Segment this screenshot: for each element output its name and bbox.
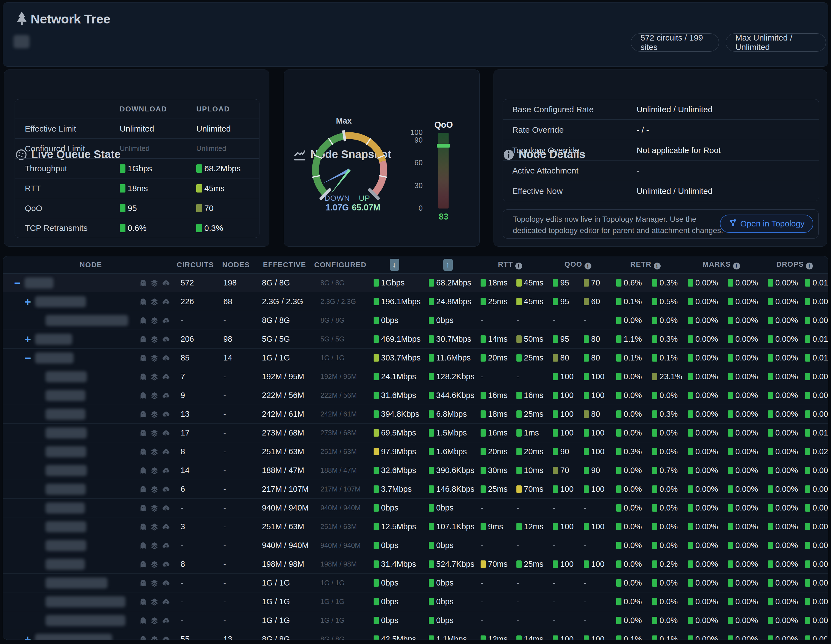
col-effective[interactable]: EFFECTIVE xyxy=(255,261,314,269)
table-row[interactable]: 8-198M / 98M198M / 98M31.4Mbps524.7Kbps7… xyxy=(3,555,828,574)
retr-down-cell: 0.6% xyxy=(610,278,645,287)
status-square xyxy=(688,429,693,437)
circuits-cell: 8 xyxy=(174,447,217,456)
table-row[interactable]: --940M / 940M940M / 940M0bps0bps----0.0%… xyxy=(3,536,828,555)
retr-up-cell: 0.0% xyxy=(645,522,681,531)
max-limits-badge: Max Unlimited / Unlimited xyxy=(726,33,826,52)
nodes-cell: 198 xyxy=(217,278,255,287)
upload-value: 68.2Mbps xyxy=(193,164,259,173)
expand-toggle[interactable]: + xyxy=(24,296,35,307)
col-upload[interactable]: ↑ xyxy=(422,259,474,271)
table-row[interactable]: 3-251M / 63M251M / 63M12.5Mbps107.1Kbps9… xyxy=(3,517,828,536)
table-row[interactable]: 7-192M / 95M192M / 95M24.1Mbps128.2Kbps-… xyxy=(3,367,828,386)
circuits-cell: 7 xyxy=(174,372,217,381)
detail-row: Base Configured RateUnlimited / Unlimite… xyxy=(503,99,819,120)
status-square xyxy=(516,523,522,530)
retr-up-cell: 0.0% xyxy=(645,541,681,550)
status-square xyxy=(374,598,379,606)
status-square xyxy=(429,467,434,474)
col-retr[interactable]: RETRi xyxy=(610,260,681,270)
download-value: 0.6% xyxy=(116,223,193,233)
nodes-cell: - xyxy=(217,541,255,550)
table-row[interactable]: 9-222M / 56M222M / 56M31.6Mbps344.6Kbps1… xyxy=(3,386,828,405)
table-row[interactable]: --1G / 1G1G / 1G0bps0bps----0.0%0.0%0.00… xyxy=(3,592,828,611)
table-row[interactable]: --8G / 8G8G / 8G0bps0bps----0.0%0.0%0.00… xyxy=(3,311,828,330)
status-square xyxy=(728,448,733,455)
drops-info-icon[interactable]: i xyxy=(806,263,813,269)
col-download[interactable]: ↓ xyxy=(367,259,422,271)
row-icons xyxy=(139,373,170,381)
col-configured[interactable]: CONFIGURED xyxy=(314,261,367,269)
col-drops[interactable]: DROPSi xyxy=(761,260,828,270)
ghost-icon xyxy=(139,485,147,493)
status-square xyxy=(805,598,810,606)
col-rtt[interactable]: RTTi xyxy=(474,260,546,270)
status-square xyxy=(768,448,773,455)
qoo-down-cell: 95 xyxy=(546,297,577,306)
rtt-down-cell: 14ms xyxy=(474,335,510,344)
status-square xyxy=(616,373,621,380)
table-row[interactable]: −85141G / 1G1G / 1G303.7Mbps11.6Mbps20ms… xyxy=(3,349,828,367)
circuits-cell: 572 xyxy=(174,278,217,287)
col-qoo[interactable]: QOOi xyxy=(546,260,610,270)
table-row[interactable]: 8-251M / 63M251M / 63M97.9Mbps1.6Mbps20m… xyxy=(3,442,828,461)
configured-cell: 1G / 1G xyxy=(314,579,367,587)
live-queue-row: Throughput1Gbps68.2Mbps xyxy=(15,159,259,179)
status-square xyxy=(805,298,810,305)
live-queue-row: Configured LimitUnlimitedUnlimited xyxy=(15,139,259,159)
qoo-up-cell: 100 xyxy=(577,634,610,640)
layers-icon xyxy=(150,410,159,418)
row-icons xyxy=(139,279,170,287)
qoo-up-cell: 100 xyxy=(577,428,610,437)
table-row[interactable]: 13-242M / 61M242M / 61M394.8Kbps6.8Mbps1… xyxy=(3,405,828,424)
node-cell: + xyxy=(3,334,174,345)
status-square xyxy=(196,224,202,232)
col-circuits[interactable]: CIRCUITS xyxy=(174,261,217,269)
ghost-icon xyxy=(139,504,147,512)
table-row[interactable]: 17-273M / 68M273M / 68M69.5Mbps1.5Mbps16… xyxy=(3,424,828,442)
node-name-redacted xyxy=(24,277,54,289)
marks-down-cell: 0.00% xyxy=(681,278,721,287)
table-row[interactable]: --1G / 1G1G / 1G0bps0bps----0.0%0.0%0.00… xyxy=(3,611,828,630)
layers-icon xyxy=(150,504,159,512)
col-node[interactable]: NODE xyxy=(3,261,174,269)
qoo-up-cell: 100 xyxy=(577,447,610,456)
open-in-topology-button[interactable]: Open in Topology xyxy=(720,215,813,233)
table-row[interactable]: 6-217M / 107M217M / 107M3.7Mbps146.8Kbps… xyxy=(3,480,828,499)
table-row[interactable]: --940M / 940M940M / 940M0bps0bps----0.0%… xyxy=(3,499,828,517)
qoo-info-icon[interactable]: i xyxy=(584,263,591,269)
table-row[interactable]: --1G / 1G1G / 1G0bps0bps----0.0%0.0%0.00… xyxy=(3,574,828,592)
expand-toggle[interactable]: + xyxy=(24,634,35,640)
col-marks[interactable]: MARKSi xyxy=(681,260,761,270)
table-row[interactable]: −5721988G / 8G8G / 8G1Gbps68.2Mbps18ms45… xyxy=(3,274,828,292)
table-row[interactable]: 14-188M / 47M188M / 47M32.6Mbps390.6Kbps… xyxy=(3,461,828,480)
status-square xyxy=(768,373,773,380)
status-square xyxy=(768,410,773,418)
row-icons xyxy=(139,429,170,437)
status-square xyxy=(652,467,657,474)
collapse-toggle[interactable]: − xyxy=(14,277,24,289)
configured-cell: 1G / 1G xyxy=(314,617,367,625)
col-nodes[interactable]: NODES xyxy=(217,261,255,269)
metric-label: QoO xyxy=(15,204,116,213)
status-square xyxy=(688,467,693,474)
metric-label: Effective Limit xyxy=(15,124,116,134)
marks-info-icon[interactable]: i xyxy=(733,263,740,269)
table-header-row: NODE CIRCUITS NODES EFFECTIVE CONFIGURED… xyxy=(3,256,828,274)
down-cell: 303.7Mbps xyxy=(367,353,422,362)
down-cell: 42.5Mbps xyxy=(367,634,422,640)
collapse-toggle[interactable]: − xyxy=(24,352,35,363)
table-body: −5721988G / 8G8G / 8G1Gbps68.2Mbps18ms45… xyxy=(3,274,828,640)
retr-info-icon[interactable]: i xyxy=(654,263,661,269)
status-square xyxy=(616,298,621,305)
nodes-cell: 14 xyxy=(217,353,255,362)
table-row[interactable]: +226682.3G / 2.3G2.3G / 2.3G196.1Mbps24.… xyxy=(3,292,828,311)
table-row[interactable]: +206985G / 5G5G / 5G469.1Mbps30.7Mbps14m… xyxy=(3,330,828,349)
expand-toggle[interactable]: + xyxy=(24,334,35,345)
node-details-table: Base Configured RateUnlimited / Unlimite… xyxy=(503,99,819,201)
node-cell xyxy=(3,540,174,551)
effective-cell: 1G / 1G xyxy=(255,616,314,625)
table-row[interactable]: +55138G / 8G8G / 8G42.5Mbps1.1Mbps12ms14… xyxy=(3,630,828,640)
cloud-lightning-icon xyxy=(162,541,170,550)
rtt-info-icon[interactable]: i xyxy=(515,263,522,269)
